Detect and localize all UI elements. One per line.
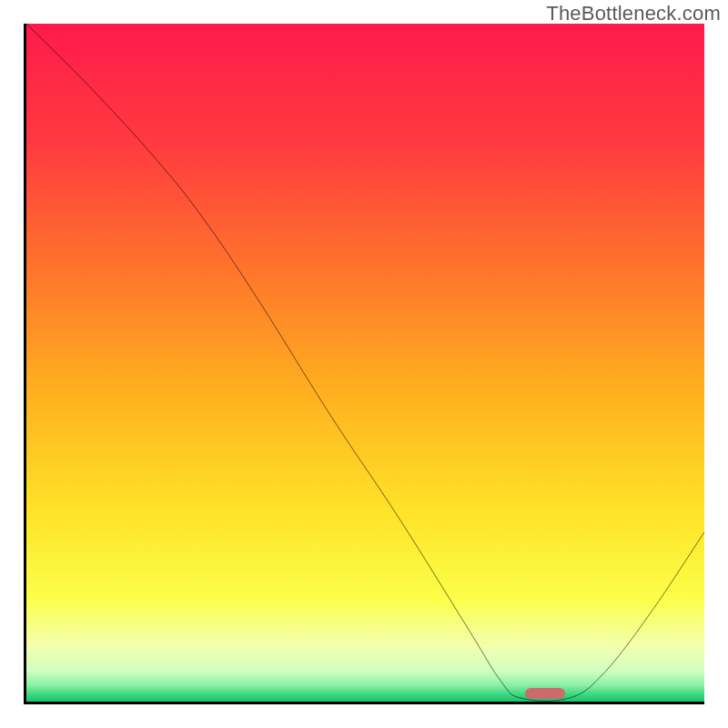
watermark-text: TheBottleneck.com	[546, 2, 721, 25]
optimum-marker	[525, 688, 566, 699]
curve-line	[26, 24, 704, 702]
bottleneck-chart: TheBottleneck.com	[0, 0, 728, 728]
plot-area	[24, 24, 704, 704]
